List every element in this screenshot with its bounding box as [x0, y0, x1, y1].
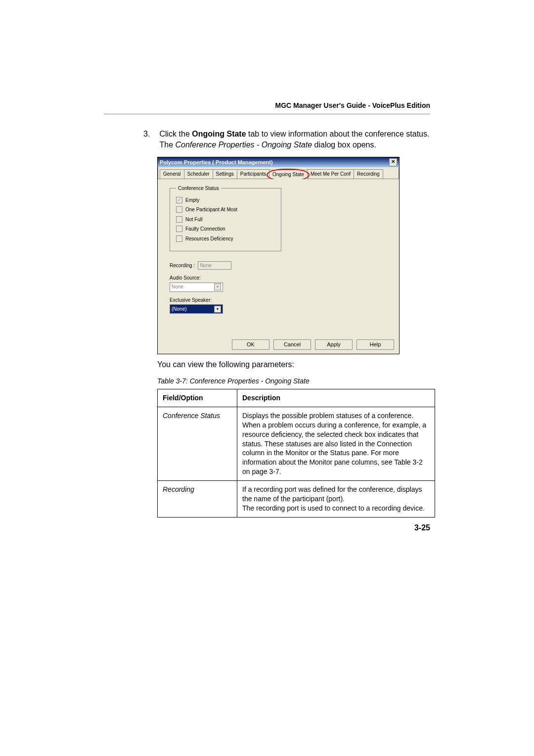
tab-meet-me[interactable]: Meet Me Per Conf: [307, 169, 354, 179]
audio-source-select[interactable]: None ▾: [170, 283, 223, 292]
check-resources: Resources Deficiency: [176, 236, 275, 242]
tab-recording[interactable]: Recording: [354, 169, 383, 179]
table-row: Conference Status Displays the possible …: [158, 407, 435, 480]
check-label: Resources Deficiency: [185, 236, 233, 242]
step-3: 3. Click the Ongoing State tab to view i…: [143, 129, 435, 150]
conference-status-group: Conference Status ✓ Empty One Participan…: [170, 188, 281, 251]
step-number: 3.: [143, 129, 157, 140]
checkbox-icon[interactable]: [176, 236, 182, 242]
exclusive-speaker-field: Exclusive Speaker: (None) ▾: [170, 297, 391, 314]
td-field: Recording: [158, 481, 237, 518]
tab-participants[interactable]: Participants: [237, 169, 269, 179]
properties-dialog: Polycom Properties ( Product Management)…: [157, 157, 400, 354]
step-bold: Ongoing State: [192, 130, 246, 138]
step-text2-a: The: [159, 141, 175, 149]
audio-label: Audio Source:: [170, 275, 201, 282]
check-faulty: Faulty Connection: [176, 226, 275, 233]
step-text-c: tab to view information about the confer…: [246, 130, 430, 138]
tab-settings[interactable]: Settings: [213, 169, 237, 179]
td-desc: If a recording port was defined for the …: [237, 481, 435, 518]
step-text2-c: dialog box opens.: [312, 141, 376, 149]
chevron-down-icon: ▾: [214, 284, 221, 290]
speaker-value: (None): [172, 306, 187, 313]
apply-button[interactable]: Apply: [315, 339, 353, 350]
table-caption: Table 3-7: Conference Properties - Ongoi…: [157, 377, 435, 386]
step-text-a: Click the: [159, 130, 192, 138]
doc-header: MGC Manager User's Guide - VoicePlus Edi…: [275, 101, 430, 109]
dialog-title: Polycom Properties ( Product Management): [160, 159, 273, 166]
th-field: Field/Option: [158, 389, 237, 407]
cancel-button[interactable]: Cancel: [273, 339, 311, 350]
step-italic: Conference Properties - Ongoing State: [175, 141, 312, 149]
td-desc: Displays the possible problem statuses o…: [237, 407, 435, 480]
chevron-down-icon: ▾: [214, 306, 221, 313]
dialog-panel: Conference Status ✓ Empty One Participan…: [158, 179, 399, 335]
group-title: Conference Status: [176, 185, 221, 192]
td-field: Conference Status: [158, 407, 237, 480]
check-label: Empty: [185, 197, 199, 204]
check-not-full: Not Full: [176, 216, 275, 223]
check-label: One Participant At Most: [185, 206, 237, 213]
th-desc: Description: [237, 389, 435, 407]
after-dialog-text: You can view the following parameters:: [157, 359, 435, 370]
tab-general[interactable]: General: [160, 169, 184, 179]
dialog-titlebar: Polycom Properties ( Product Management)…: [158, 157, 399, 167]
properties-table: Field/Option Description Conference Stat…: [157, 389, 435, 518]
dialog-tabs: General Scheduler Settings Participants …: [158, 167, 399, 179]
audio-source-field: Audio Source: None ▾: [170, 275, 391, 292]
tab-scheduler[interactable]: Scheduler: [184, 169, 213, 179]
checkbox-icon[interactable]: [176, 206, 182, 213]
checkbox-icon[interactable]: ✓: [176, 197, 182, 203]
check-label: Not Full: [185, 216, 202, 223]
page-number: 3-25: [414, 523, 430, 532]
recording-field: Recording : None: [170, 261, 391, 270]
recording-value: None: [198, 261, 231, 270]
ok-button[interactable]: OK: [232, 339, 269, 350]
table-row: Recording If a recording port was define…: [158, 481, 435, 518]
help-button[interactable]: Help: [356, 339, 394, 350]
checkbox-icon[interactable]: [176, 226, 182, 232]
tab-ongoing-state[interactable]: Ongoing State: [269, 170, 308, 179]
header-rule: [104, 114, 430, 114]
audio-value: None: [172, 284, 183, 290]
close-icon[interactable]: ✕: [389, 158, 397, 166]
dialog-buttons: OK Cancel Apply Help: [158, 335, 399, 354]
check-label: Faulty Connection: [185, 226, 225, 233]
check-one-participant: One Participant At Most: [176, 206, 275, 213]
checkbox-icon[interactable]: [176, 216, 182, 223]
recording-label: Recording :: [170, 262, 195, 269]
check-empty: ✓ Empty: [176, 197, 275, 204]
exclusive-speaker-select[interactable]: (None) ▾: [170, 304, 223, 314]
speaker-label: Exclusive Speaker:: [170, 297, 212, 304]
